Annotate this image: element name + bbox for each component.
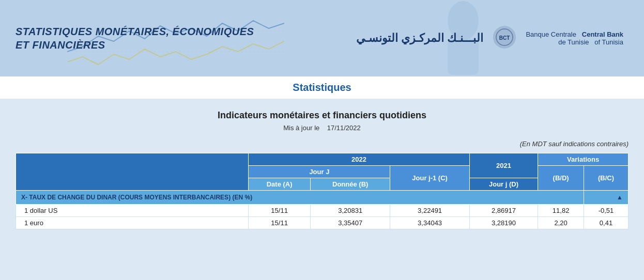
- row-jour-j-2021: 3,28190: [469, 217, 538, 229]
- row-jour-j1: 3,34043: [390, 217, 469, 229]
- section-label: X- TAUX DE CHANGE DU DINAR (COURS MOYENS…: [16, 191, 584, 205]
- row-bd: 2,20: [538, 217, 584, 229]
- row-label: 1 dollar US: [16, 205, 249, 217]
- row-jour-j1: 3,22491: [390, 205, 469, 217]
- th-jour-j-2021: Jour j (D): [469, 178, 538, 191]
- bank-name-block: Banque Centrale Central Bank de Tunisie …: [526, 30, 623, 46]
- table-row: 1 euro 15/11 3,35407 3,34043 3,28190 2,2…: [16, 217, 628, 229]
- row-date: 15/11: [249, 205, 311, 217]
- header-title: Statistiques Monétaires, Économiques et …: [16, 25, 254, 52]
- header-title-block: Statistiques Monétaires, Économiques et …: [16, 25, 254, 52]
- th-year-2022: 2022: [249, 153, 469, 166]
- th-date-a: Date (A): [249, 178, 311, 191]
- page-title: Indicateurs monétaires et financiers quo…: [16, 110, 628, 121]
- th-bc: (B/C): [584, 166, 628, 191]
- row-label: 1 euro: [16, 217, 249, 229]
- row-bd: 11,82: [538, 205, 584, 217]
- th-donnee-b: Donnée (B): [310, 178, 390, 191]
- svg-text:BCT: BCT: [499, 35, 510, 41]
- nav-bar: Statistiques: [0, 76, 644, 100]
- page-header: Statistiques Monétaires, Économiques et …: [0, 0, 644, 76]
- table-row: 1 dollar US 15/11 3,20831 3,22491 2,8691…: [16, 205, 628, 217]
- th-jour-j1: Jour j-1 (C): [390, 166, 469, 191]
- row-date: 15/11: [249, 217, 311, 229]
- row-bc: 0,41: [584, 217, 628, 229]
- th-jour-j: Jour J: [249, 166, 390, 178]
- unit-note: (En MDT sauf indications contraires): [16, 140, 628, 148]
- th-bd: (B/D): [538, 166, 584, 191]
- row-jour-j-2021: 2,86917: [469, 205, 538, 217]
- th-empty: [16, 153, 249, 191]
- section-arrow: ▲: [584, 191, 628, 205]
- header-right-block: البـــنـك المركـزي التونسـي BCT Banque C…: [356, 24, 623, 53]
- th-year-2021: 2021: [469, 153, 538, 178]
- nav-title: Statistiques: [293, 82, 351, 93]
- data-table: 2022 2021 Variations Jour J Jour j-1 (C)…: [16, 153, 628, 229]
- row-donnee: 3,20831: [310, 205, 390, 217]
- row-donnee: 3,35407: [310, 217, 390, 229]
- main-content: Indicateurs monétaires et financiers quo…: [0, 100, 644, 280]
- update-date-line: Mis à jour le 17/11/2022: [16, 124, 628, 132]
- header-arabic-text: البـــنـك المركـزي التونسـي: [356, 32, 483, 45]
- section-row-taux-change: X- TAUX DE CHANGE DU DINAR (COURS MOYENS…: [16, 191, 628, 205]
- bank-logo-icon: BCT: [492, 24, 517, 53]
- th-variations: Variations: [538, 153, 628, 166]
- row-bc: -0,51: [584, 205, 628, 217]
